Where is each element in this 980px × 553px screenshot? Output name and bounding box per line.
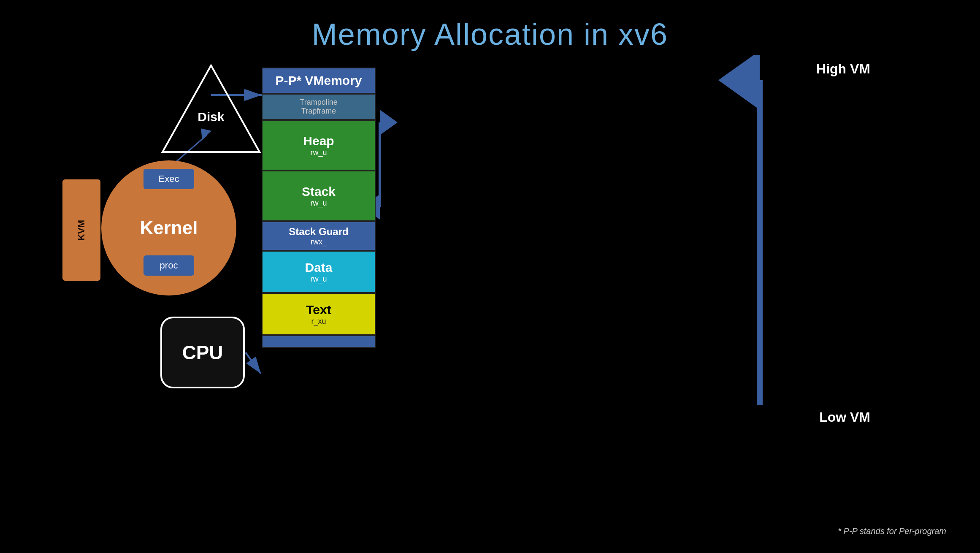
exec-label: Exec <box>159 173 179 184</box>
seg-data: Data rw_u <box>262 251 376 293</box>
kvm-box: KVM <box>62 179 100 281</box>
text-sub: r_xu <box>311 317 326 326</box>
seg-stack: Stack rw_u <box>262 171 376 221</box>
seg-heap: Heap rw_u <box>262 120 376 171</box>
cpu-label: CPU <box>182 341 223 364</box>
diagram-container: KVM Kernel Disk Exec proc CPU P-P* VMemo… <box>0 55 980 540</box>
svg-line-12 <box>246 352 261 374</box>
disk-triangle-svg <box>160 63 262 154</box>
stack-label: Stack <box>302 184 336 199</box>
memory-stack: P-P* VMemory Trampoline Trapframe Heap r… <box>262 68 376 348</box>
footnote: * P-P stands for Per-program <box>838 526 946 536</box>
svg-marker-15 <box>162 65 260 152</box>
seg-vmemory: P-P* VMemory <box>262 68 376 94</box>
disk-triangle-container: Disk <box>160 63 262 154</box>
seg-base <box>262 335 376 348</box>
heap-sub: rw_u <box>310 148 327 157</box>
text-label: Text <box>306 303 331 317</box>
disk-label: Disk <box>160 110 262 124</box>
data-label: Data <box>305 260 332 275</box>
data-sub: rw_u <box>310 275 327 284</box>
exec-box: Exec <box>143 169 194 189</box>
heap-label: Heap <box>303 134 334 148</box>
proc-label: proc <box>160 260 178 271</box>
trapframe-label: Trapframe <box>301 107 336 116</box>
seg-trampoline: Trampoline Trapframe <box>262 94 376 120</box>
kernel-label: Kernel <box>140 217 198 239</box>
stackguard-label: Stack Guard <box>289 226 348 238</box>
arrows-svg <box>0 55 980 540</box>
vmemory-label: P-P* VMemory <box>275 73 362 88</box>
page-title: Memory Allocation in xv6 <box>0 0 980 52</box>
kvm-label: KVM <box>76 220 87 241</box>
seg-stackguard: Stack Guard rwx_ <box>262 221 376 251</box>
stack-sub: rw_u <box>310 199 327 208</box>
high-vm-label: High VM <box>816 61 870 77</box>
proc-box: proc <box>143 255 194 276</box>
cpu-box: CPU <box>160 317 245 388</box>
stackguard-sub: rwx_ <box>311 238 327 247</box>
trampoline-label: Trampoline <box>300 98 337 107</box>
low-vm-label: Low VM <box>819 409 870 425</box>
seg-text: Text r_xu <box>262 293 376 335</box>
